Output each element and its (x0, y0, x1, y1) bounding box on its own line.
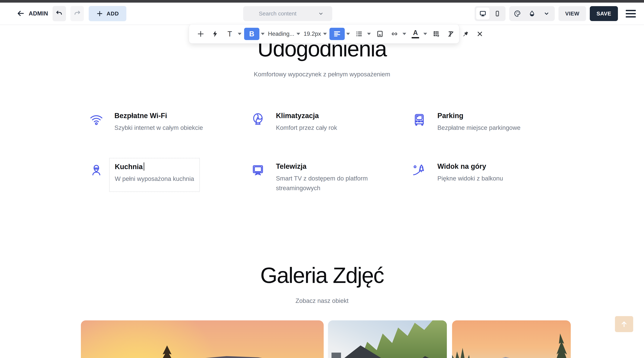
redo-button[interactable] (70, 6, 84, 21)
amenity-card-wifi: Bezpłatne Wi-Fi Szybki internet w całym … (80, 111, 241, 162)
bolt-icon (211, 30, 219, 38)
amenity-title[interactable]: Widok na góry (437, 162, 503, 171)
amenity-title[interactable]: Bezpłatne Wi-Fi (114, 111, 203, 120)
insert-table-button[interactable] (430, 28, 443, 40)
align-left-icon (333, 30, 341, 38)
amenity-title[interactable]: Klimatyzacja (276, 111, 337, 120)
clear-format-icon (447, 30, 455, 38)
amenity-description[interactable]: Smart TV z dostępem do platform streamin… (276, 174, 376, 193)
bold-caret[interactable] (261, 33, 264, 35)
bold-button[interactable]: B (244, 28, 260, 40)
amenity-description[interactable]: Bezpłatne miejsce parkingowe (437, 123, 520, 133)
wifi-icon[interactable] (89, 112, 104, 127)
ai-assist-button[interactable] (209, 28, 222, 40)
link-icon (390, 30, 398, 38)
add-button[interactable]: ADD (89, 6, 126, 21)
save-label: SAVE (596, 10, 611, 17)
mountains-icon[interactable] (412, 163, 426, 177)
pin-button[interactable] (459, 28, 472, 40)
back-arrow-icon (16, 9, 25, 18)
search-input[interactable]: Search content (243, 6, 332, 21)
undo-button[interactable] (52, 6, 66, 21)
window-top-strip (0, 0, 644, 2)
search-placeholder: Search content (259, 10, 318, 17)
text-color-icon: A (412, 29, 419, 38)
mobile-icon (494, 10, 501, 17)
theme-tools-group (509, 6, 555, 21)
text-color-caret[interactable] (423, 33, 427, 35)
amenity-card-klimatyzacja: Klimatyzacja Komfort przez cały rok (241, 111, 403, 162)
theme-expand-button[interactable] (540, 8, 553, 19)
amenity-card-kuchnia: Kuchnia W pełni wyposażona kuchnia (80, 162, 241, 213)
view-label: VIEW (565, 10, 579, 17)
list-icon (355, 30, 363, 38)
forest-backdrop (328, 320, 447, 358)
text-style-caret[interactable] (238, 33, 242, 35)
amenity-title-text[interactable]: Kuchnia (115, 163, 143, 171)
heading-style-dropdown[interactable]: Heading... (267, 30, 295, 37)
mobile-preview-button[interactable] (491, 8, 504, 19)
chef-icon[interactable] (89, 163, 104, 177)
close-icon (476, 30, 484, 38)
insert-block-button[interactable] (194, 28, 207, 40)
top-bar-right-cluster: VIEW SAVE (474, 6, 636, 21)
text-format-toolbar: T B Heading... 19.2px A (189, 24, 459, 43)
amenity-description[interactable]: Komfort przez cały rok (276, 123, 337, 133)
palette-button[interactable] (511, 8, 524, 19)
admin-back-button[interactable]: ADMIN (16, 9, 48, 18)
text-style-label: T (228, 30, 232, 38)
gallery-photo-sunset-mountain[interactable] (81, 320, 324, 358)
save-button[interactable]: SAVE (590, 6, 618, 21)
text-editing-selection-box[interactable]: Kuchnia W pełni wyposażona kuchnia (109, 158, 200, 192)
list-button[interactable] (352, 28, 366, 40)
amenity-title: Kuchnia (115, 162, 194, 171)
redo-icon (73, 9, 81, 18)
align-caret[interactable] (346, 33, 350, 35)
table-add-icon (432, 30, 440, 38)
amenity-title[interactable]: Telewizja (276, 162, 376, 171)
font-size-caret[interactable] (323, 33, 327, 35)
tv-icon[interactable] (251, 163, 265, 177)
scroll-to-top-button[interactable] (615, 316, 633, 332)
text-style-button[interactable]: T (223, 28, 236, 40)
editor-top-bar: ADMIN ADD Search content (0, 2, 644, 25)
color-drop-button[interactable] (525, 8, 539, 19)
car-icon[interactable] (412, 112, 426, 127)
gallery-photo-wooden-cabins[interactable] (328, 320, 447, 358)
tree-silhouette (452, 344, 483, 358)
fan-icon[interactable] (251, 112, 265, 127)
link-button[interactable] (388, 28, 401, 40)
close-toolbar-button[interactable] (473, 28, 486, 40)
amenity-description[interactable]: Szybki internet w całym obiekcie (114, 123, 203, 133)
gallery-title[interactable]: Galeria Zdjęć (0, 263, 644, 288)
chevron-down-icon (543, 10, 550, 17)
chevron-down-icon (318, 10, 324, 17)
view-button[interactable]: VIEW (558, 6, 586, 21)
hamburger-menu-button[interactable] (626, 10, 636, 17)
align-left-button[interactable] (330, 28, 345, 40)
clear-format-button[interactable] (444, 28, 457, 40)
admin-label: ADMIN (29, 10, 48, 17)
font-size-dropdown[interactable]: 19.2px (303, 30, 322, 37)
pin-icon (462, 30, 469, 38)
insert-image-button[interactable] (374, 28, 386, 40)
device-preview-switch (474, 6, 506, 21)
link-caret[interactable] (402, 33, 406, 35)
amenities-subtitle[interactable]: Komfortowy wypoczynek z pełnym wyposażen… (0, 71, 644, 78)
heading-style-caret[interactable] (296, 33, 300, 35)
gallery-subtitle[interactable]: Zobacz nasz obiekt (0, 297, 644, 304)
list-caret[interactable] (367, 33, 371, 35)
text-color-button[interactable]: A (409, 28, 422, 40)
bold-label: B (249, 30, 254, 38)
arrow-up-icon (620, 320, 628, 328)
amenity-description[interactable]: Piękne widoki z balkonu (437, 174, 503, 183)
desktop-icon (479, 10, 486, 17)
amenities-grid: Bezpłatne Wi-Fi Szybki internet w całym … (80, 111, 564, 213)
amenity-card-parking: Parking Bezpłatne miejsce parkingowe (403, 111, 564, 162)
gallery-photo-sunset-valley[interactable] (452, 320, 571, 358)
mountain-silhouette (81, 320, 324, 358)
desktop-preview-button[interactable] (476, 8, 490, 19)
gallery-section-header: Galeria Zdjęć Zobacz nasz obiekt (0, 263, 644, 304)
amenity-title[interactable]: Parking (437, 111, 520, 120)
amenity-description[interactable]: W pełni wyposażona kuchnia (115, 174, 194, 184)
